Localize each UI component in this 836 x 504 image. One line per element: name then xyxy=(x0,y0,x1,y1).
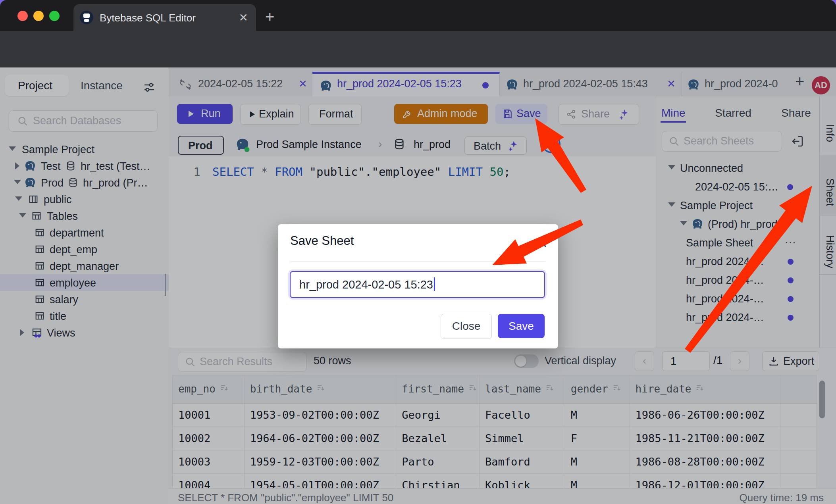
dialog-close-icon[interactable]: ✕ xyxy=(537,236,548,251)
browser-tab[interactable]: Bytebase SQL Editor ✕ xyxy=(73,4,256,31)
browser-tab-title: Bytebase SQL Editor xyxy=(100,12,196,24)
sheet-name-value: hr_prod 2024-02-05 15:23 xyxy=(299,278,433,291)
browser-toolbar: localhost:8080/sql-editor/prod-sample-in… xyxy=(0,31,836,68)
close-button[interactable]: Close xyxy=(441,314,492,339)
traffic-zoom-button[interactable] xyxy=(49,11,60,21)
browser-window: Bytebase SQL Editor ✕ + localhost:8080/s… xyxy=(0,0,836,504)
dialog-divider xyxy=(290,261,546,262)
bytebase-sql-editor: Project Instance Search Databases Sample… xyxy=(0,67,836,504)
save-sheet-dialog: Save Sheet ✕ hr_prod 2024-02-05 15:23 Cl… xyxy=(278,224,558,348)
traffic-close-button[interactable] xyxy=(17,11,28,21)
tab-close-icon[interactable]: ✕ xyxy=(239,11,248,24)
text-cursor xyxy=(434,277,435,291)
browser-tab-bar: Bytebase SQL Editor ✕ + xyxy=(0,0,836,31)
dialog-title: Save Sheet xyxy=(290,234,354,248)
new-tab-button[interactable]: + xyxy=(265,8,274,26)
save-confirm-button[interactable]: Save xyxy=(498,314,545,338)
sheet-name-input[interactable]: hr_prod 2024-02-05 15:23 xyxy=(290,271,545,298)
traffic-minimize-button[interactable] xyxy=(33,11,44,21)
bytebase-favicon-icon xyxy=(80,11,93,24)
